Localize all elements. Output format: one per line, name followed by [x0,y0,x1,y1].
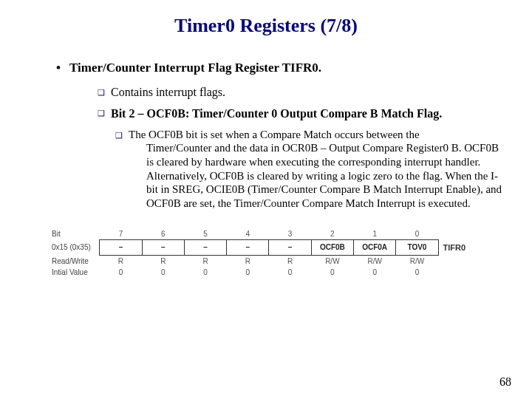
bit-num: 1 [354,228,396,240]
bullet-level-2: ❑ Contains interrupt flags. [98,86,502,99]
bullet-square-icon: ❑ [115,129,129,140]
row-label-init: Intial Value [52,267,100,278]
bullet-level-1: • Timer/Counter Interrupt Flag Register … [56,61,502,75]
bit-name: OCF0A [354,239,396,255]
bullet-dot: • [56,61,69,75]
row-label-bit: Bit [52,228,100,240]
bit-num: 0 [396,228,438,240]
bullet1-text: Timer/Counter Interrupt Flag Register TI… [69,61,321,75]
init-cell: 0 [100,267,142,278]
rw-cell: R/W [396,255,438,267]
bit-row: Bit 7 6 5 4 3 2 1 0 [52,228,480,240]
rw-cell: R/W [354,255,396,267]
rw-cell: R [269,255,311,267]
bullet-square-icon: ❑ [98,106,111,118]
bit-num: 5 [184,228,226,240]
init-cell: 0 [142,267,184,278]
rw-cell: R [227,255,269,267]
bit-name: – [227,239,269,255]
bullet3-body: Timer/Counter and the data in OCR0B – Ou… [146,141,502,211]
slide-title: Timer0 Registers (7/8) [30,15,502,37]
bit-name-row: 0x15 (0x35) – – – – – OCF0B OCF0A TOV0 T… [52,239,480,255]
page-number: 68 [499,375,511,389]
bit-num: 4 [227,228,269,240]
bullet2b-text: Bit 2 – OCF0B: Timer/Counter 0 Output Co… [111,106,442,121]
bit-name: OCF0B [311,239,353,255]
bit-name: – [142,239,184,255]
init-cell: 0 [354,267,396,278]
init-cell: 0 [269,267,311,278]
bit-num: 7 [100,228,142,240]
register-name: TIFR0 [438,239,480,255]
init-cell: 0 [184,267,226,278]
rw-cell: R [100,255,142,267]
init-cell: 0 [311,267,353,278]
bit-name: – [269,239,311,255]
bit-name: – [100,239,142,255]
bullet-level-2: ❑ Bit 2 – OCF0B: Timer/Counter 0 Output … [98,106,502,121]
init-row: Intial Value 0 0 0 0 0 0 0 0 [52,267,480,278]
bullet-square-icon: ❑ [98,86,111,98]
register-diagram: Bit 7 6 5 4 3 2 1 0 0x15 (0x35) – – – – … [52,228,480,278]
bit-name: TOV0 [396,239,438,255]
bit-num: 6 [142,228,184,240]
bullet3-lead: The OCF0B bit is set when a Compare Matc… [129,129,420,140]
init-cell: 0 [396,267,438,278]
rw-cell: R [184,255,226,267]
rw-cell: R/W [311,255,353,267]
bullet-level-3: ❑ The OCF0B bit is set when a Compare Ma… [115,129,502,211]
row-label-addr: 0x15 (0x35) [52,239,100,255]
bit-name: – [184,239,226,255]
init-cell: 0 [227,267,269,278]
rw-cell: R [142,255,184,267]
bit-num: 3 [269,228,311,240]
bit-num: 2 [311,228,353,240]
rw-row: Read/Write R R R R R R/W R/W R/W [52,255,480,267]
bullet2a-text: Contains interrupt flags. [111,86,225,99]
row-label-rw: Read/Write [52,255,100,267]
